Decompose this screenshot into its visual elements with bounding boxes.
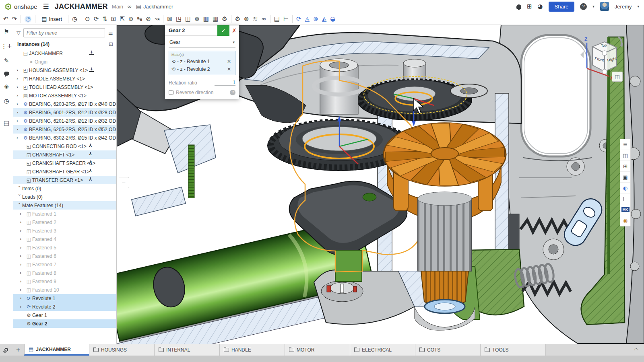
cylindrical-mate-icon[interactable]: ⇅ — [102, 16, 107, 22]
chevron-right-icon[interactable]: › — [17, 118, 22, 123]
search-tabs-icon[interactable] — [0, 344, 12, 356]
linear-pattern-icon[interactable]: ◫ — [185, 16, 191, 22]
tab-jackhammer[interactable]: ▤ JACKHAMMER — [24, 344, 89, 356]
tree-item[interactable]: ● Origin — [13, 58, 116, 66]
chevron-right-icon[interactable]: › — [20, 228, 25, 233]
chevron-right-icon[interactable]: › — [17, 76, 22, 81]
view-settings-icon[interactable]: ◫ — [620, 150, 630, 161]
render-quality-icon[interactable]: ◐ — [620, 183, 630, 193]
chevron-right-icon[interactable]: › — [17, 135, 22, 140]
chevron-right-icon[interactable]: › — [17, 127, 22, 132]
tree-item[interactable]: ◱ CRANKSHAFT GEAR <1> Y — [13, 167, 116, 176]
filter-input[interactable] — [23, 28, 105, 37]
tree-item[interactable]: ◱ CRANKSHAFT SPACER <1> Y — [13, 159, 116, 167]
chevron-down-icon[interactable]: › — [17, 186, 22, 191]
mate-list-item[interactable]: ⟲ - z - Revolute 2 ✕ — [171, 65, 233, 73]
planar-mate-icon[interactable]: ⇱ — [120, 16, 125, 22]
mk-plugin-icon[interactable]: MK — [620, 204, 630, 215]
onshape-logo-icon[interactable] — [5, 3, 12, 10]
mate-feature-row[interactable]: ›◫Fastened 5 — [13, 243, 116, 252]
help-cube-icon[interactable]: ◈ — [4, 83, 9, 90]
help-caret-icon[interactable]: ▾ — [592, 4, 594, 8]
learning-icon[interactable]: ◕ — [538, 3, 543, 10]
chevron-right-icon[interactable]: › — [17, 110, 22, 115]
tree-item[interactable]: ›⚙ BEARING, 6302-2RS, Ø15 ID x Ø42 OD x … — [13, 134, 116, 142]
checklist-icon[interactable]: ▤ — [4, 119, 9, 127]
tree-item[interactable]: ›◰ TOOL HEAD ASSEMBLY <1> — [13, 83, 116, 91]
tab-alerts-icon[interactable]: ◠ — [634, 344, 638, 356]
insert-after-icon[interactable]: ⊡ — [109, 41, 113, 47]
section-header-loads[interactable]: › Loads (0) — [13, 193, 116, 201]
mate-icon[interactable]: ◷ — [72, 16, 77, 22]
tree-item[interactable]: ▤ JACKHAMMER ↓ — [13, 49, 116, 58]
remove-mate-icon[interactable]: ✕ — [227, 59, 231, 64]
chevron-right-icon[interactable]: › — [20, 262, 25, 267]
tree-item[interactable]: ›⚙ BEARING, 6201-2RS, Ø12 ID x Ø32 OD x … — [13, 117, 116, 125]
group-icon[interactable]: ⊖ — [85, 16, 90, 22]
fastened-mate-icon[interactable]: ⊞ — [111, 16, 116, 22]
add-tab-button[interactable]: + — [12, 344, 24, 356]
tree-item[interactable]: ›⚙ BEARING, 6203-2RS, Ø17 ID x Ø40 OD x … — [13, 100, 116, 108]
view-options-button[interactable]: ◫ — [612, 72, 623, 82]
user-name[interactable]: Jeremy — [615, 4, 632, 10]
chevron-right-icon[interactable]: › — [17, 93, 22, 98]
reverse-direction-checkbox[interactable] — [169, 90, 173, 95]
insert-feature-icon[interactable]: ⋮+ — [1, 43, 12, 50]
chevron-down-icon[interactable]: › — [17, 203, 22, 208]
bom-icon[interactable]: ▤ — [274, 16, 280, 22]
mate-feature-row[interactable]: ›◫Fastened 3 — [13, 226, 116, 235]
chevron-right-icon[interactable]: › — [20, 279, 25, 284]
tree-item[interactable]: ›⚙ BEARING, 6205-2RS, Ø25 ID x Ø52 OD x … — [13, 125, 116, 134]
help-icon[interactable]: ? — [580, 3, 587, 10]
chevron-down-icon[interactable]: › — [17, 194, 22, 200]
tree-item[interactable]: ›⚙ BEARING, 6001-2RS, Ø12 ID x Ø28 OD x … — [13, 108, 116, 117]
notifications-icon[interactable] — [516, 4, 521, 9]
tree-item[interactable]: ›◰ HOUSING ASSEMBLY <1> ↓ — [13, 66, 116, 74]
tab-internal[interactable]: INTERNAL — [155, 344, 220, 356]
exploded-view-icon[interactable]: ◬ — [305, 16, 310, 22]
link-icon[interactable]: ∞ — [127, 3, 132, 10]
tab-housings[interactable]: HOUSINGS — [89, 344, 155, 356]
tree-item[interactable]: ◱ CONNECTING ROD <1> Y — [13, 142, 116, 150]
main-menu-icon[interactable]: ☰ — [43, 2, 49, 10]
tab-tools[interactable]: TOOLS — [481, 344, 546, 356]
animate-icon[interactable]: ⟳ — [296, 16, 301, 22]
chevron-right-icon[interactable]: › — [17, 68, 22, 73]
tab-handle[interactable]: HANDLE — [220, 344, 285, 356]
mate-feature-row[interactable]: ›◫Fastened 4 — [13, 235, 116, 243]
threaded-rod[interactable] — [188, 145, 194, 198]
chevron-right-icon[interactable]: › — [20, 245, 25, 250]
filter-icon[interactable]: ▽ — [17, 30, 21, 36]
section-header-items[interactable]: › Items (0) — [13, 184, 116, 193]
pattern-grid-icon[interactable]: ▦ — [213, 16, 218, 22]
mate-feature-row[interactable]: ›◫Fastened 6 — [13, 252, 116, 260]
tab-motor[interactable]: MOTOR — [285, 344, 350, 356]
insert-part-icon[interactable]: ▥ — [203, 16, 209, 22]
tangent-mate-icon[interactable]: ↝ — [155, 16, 160, 22]
chevron-right-icon[interactable]: › — [17, 84, 22, 90]
mate-feature-row-selected[interactable]: ⚙Gear 2 — [13, 319, 116, 328]
relation-ratio-input[interactable] — [215, 80, 235, 86]
circular-pattern-icon[interactable]: ⊛ — [194, 16, 200, 22]
chevron-right-icon[interactable]: › — [20, 304, 25, 309]
replicate-icon[interactable]: ◳ — [176, 16, 182, 22]
chevron-right-icon[interactable]: › — [20, 237, 25, 242]
tab-cots[interactable]: COTS — [415, 344, 481, 356]
tree-item[interactable]: ›▤ MOTOR ASSSEMBLY <1> — [13, 91, 116, 100]
performance-icon[interactable]: ◷ — [4, 97, 9, 105]
final-position-icon[interactable]: ◔ — [25, 16, 31, 23]
chevron-right-icon[interactable]: › — [17, 101, 22, 107]
snapshot-icon[interactable]: ◭ — [322, 16, 327, 22]
document-tab[interactable]: ▤ Jackhammer — [136, 3, 173, 10]
screw-relation-icon[interactable]: ≋ — [253, 16, 258, 22]
remove-mate-icon[interactable]: ✕ — [227, 66, 231, 72]
slider-mate-icon[interactable]: ↹ — [137, 16, 142, 22]
chevron-right-icon[interactable]: › — [20, 287, 25, 292]
section-view-icon[interactable]: ▣ — [620, 172, 630, 183]
mate-list-item[interactable]: ⟲ - z - Revolute 1 ✕ — [171, 58, 233, 65]
assembly-tree-icon[interactable]: ⚑ — [4, 28, 9, 35]
relation-type-select[interactable]: Gear ▾ — [169, 38, 235, 47]
insert-button[interactable]: ▤ Insert — [39, 14, 64, 23]
list-view-icon[interactable]: ≡ — [108, 29, 113, 37]
share-button[interactable]: Share — [549, 2, 575, 12]
